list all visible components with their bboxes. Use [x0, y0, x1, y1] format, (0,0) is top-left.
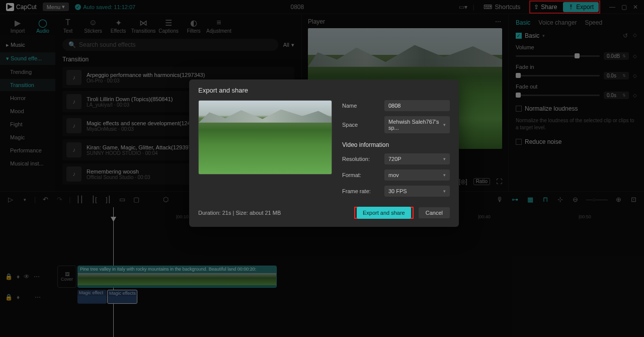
cancel-button[interactable]: Cancel [419, 207, 450, 218]
export-modal: Export and share Name 0808 Space Mehwish… [189, 79, 459, 227]
resolution-select[interactable]: 720P▾ [384, 153, 450, 164]
space-label: Space [342, 122, 380, 128]
framerate-label: Frame rate: [342, 188, 380, 194]
space-select[interactable]: Mehwish Saleh767's sp...▾ [384, 116, 450, 133]
chevron-down-icon: ▾ [443, 173, 446, 178]
chevron-down-icon: ▾ [443, 189, 446, 194]
highlight-export-share: Export and share [354, 207, 414, 219]
format-select[interactable]: mov▾ [384, 170, 450, 181]
name-input[interactable]: 0808 [384, 100, 450, 111]
framerate-select[interactable]: 30 FPS▾ [384, 186, 450, 197]
format-label: Format: [342, 172, 380, 178]
resolution-label: Resolution: [342, 156, 380, 162]
chevron-down-icon: ▾ [443, 156, 446, 161]
video-info-label: Video information [342, 141, 450, 148]
name-label: Name [342, 103, 380, 109]
export-and-share-button[interactable]: Export and share [357, 207, 411, 219]
modal-title: Export and share [198, 87, 450, 94]
chevron-down-icon: ▾ [443, 122, 446, 127]
duration-text: Duration: 21s | Size: about 21 MB [198, 210, 281, 216]
export-thumbnail [198, 100, 332, 175]
